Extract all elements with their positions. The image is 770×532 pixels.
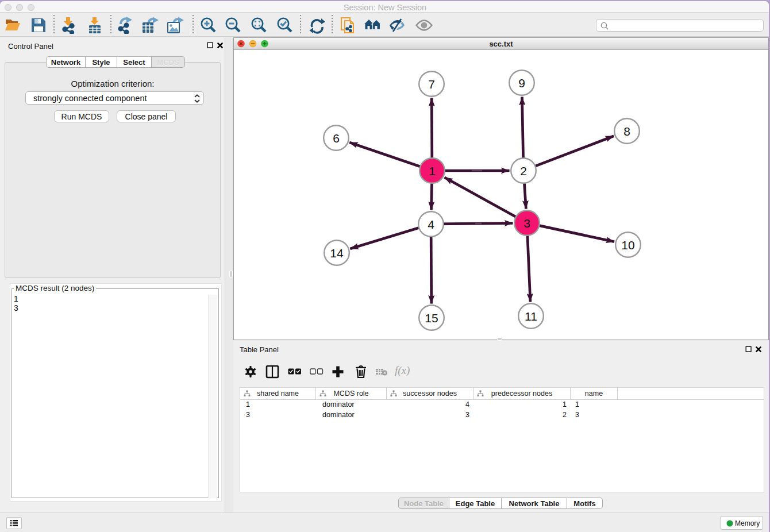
- svg-text:10: 10: [621, 238, 634, 252]
- svg-text:4: 4: [428, 218, 434, 231]
- svg-text:2: 2: [520, 164, 527, 178]
- svg-text:14: 14: [330, 246, 344, 260]
- svg-text:8: 8: [623, 125, 630, 138]
- svg-text:3: 3: [523, 217, 530, 230]
- svg-text:11: 11: [525, 310, 537, 323]
- svg-text:6: 6: [333, 132, 340, 145]
- svg-text:7: 7: [428, 78, 435, 91]
- svg-text:15: 15: [425, 311, 438, 325]
- svg-text:9: 9: [518, 76, 525, 90]
- svg-text:1: 1: [429, 164, 436, 178]
